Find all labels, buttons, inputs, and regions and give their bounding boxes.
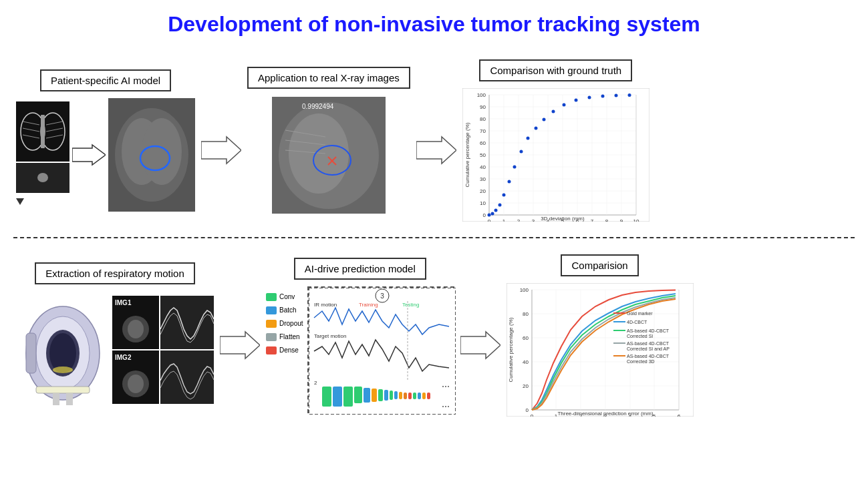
- arrow-right-1: [72, 142, 106, 168]
- svg-text:2: 2: [517, 218, 521, 222]
- svg-text:0: 0: [488, 218, 491, 222]
- svg-text:AS-based 4D-CBCT: AS-based 4D-CBCT: [627, 328, 670, 333]
- svg-point-62: [526, 136, 529, 140]
- svg-rect-3: [41, 115, 45, 148]
- svg-rect-129: [372, 389, 377, 402]
- svg-text:90: 90: [480, 104, 486, 110]
- bottom-col2: AI-drive prediction model Conv Batch Dro…: [263, 258, 457, 413]
- svg-text:10: 10: [633, 218, 639, 222]
- svg-rect-139: [422, 393, 426, 399]
- svg-text:80: 80: [523, 311, 529, 317]
- resp-img1-right: [160, 296, 214, 349]
- tumor-small-icon: [16, 163, 69, 193]
- svg-text:60: 60: [480, 140, 486, 146]
- svg-text:Training: Training: [359, 302, 378, 308]
- svg-text:Corrected SI and AP: Corrected SI and AP: [627, 346, 670, 351]
- comparison-chart-top: 0 10 20 30 40 50 60 70 80 90 100 0 1 2: [462, 88, 649, 222]
- svg-text:20: 20: [523, 383, 529, 389]
- svg-rect-114: [160, 350, 214, 404]
- nn-legend: Conv Batch Dropout Flatten Dense: [266, 286, 303, 356]
- top-col3: Comparison with ground truth: [460, 59, 652, 222]
- svg-text:IMG1: IMG1: [115, 299, 132, 306]
- svg-text:0: 0: [525, 407, 529, 413]
- svg-point-113: [128, 375, 144, 393]
- svg-text:100: 100: [519, 287, 529, 293]
- svg-rect-102: [66, 393, 73, 405]
- bottom-col3-label: Comparision: [561, 254, 638, 276]
- svg-text:Target motion: Target motion: [314, 333, 346, 339]
- svg-rect-131: [384, 390, 388, 401]
- svg-rect-101: [53, 393, 59, 405]
- svg-text:0.9992494: 0.9992494: [302, 103, 334, 110]
- ct-images: [16, 101, 69, 208]
- svg-rect-100: [36, 387, 90, 393]
- svg-text:IR motion: IR motion: [314, 302, 337, 308]
- top-col1-label: Patient-specific AI model: [40, 69, 171, 91]
- bottom-col2-label: AI-drive prediction model: [294, 258, 426, 280]
- svg-text:AS-based 4D-CBCT: AS-based 4D-CBCT: [627, 341, 670, 346]
- svg-point-58: [502, 193, 505, 196]
- top-col1: Patient-specific AI model: [13, 69, 198, 212]
- svg-point-61: [519, 150, 523, 153]
- svg-text:1: 1: [502, 218, 506, 222]
- svg-point-54: [487, 213, 490, 216]
- svg-text:70: 70: [480, 128, 486, 134]
- svg-text:Cumulative percentage (%): Cumulative percentage (%): [464, 122, 470, 187]
- comparison-chart-bottom: 0 20 40 60 80 100 0 1 2 3 4 5 6: [507, 283, 694, 417]
- svg-text:Corrected SI: Corrected SI: [627, 334, 653, 338]
- resp-img1-left: IMG1: [112, 296, 159, 349]
- svg-text:AS-based 4D-CBCT: AS-based 4D-CBCT: [627, 354, 670, 358]
- nn-diagram: 3 IR motion Training Testing Target moti…: [307, 286, 454, 413]
- svg-point-71: [627, 93, 631, 97]
- svg-point-63: [534, 126, 537, 130]
- bottom-col3: Comparision: [504, 254, 696, 417]
- arrow-bottom-2-3: [460, 328, 500, 362]
- svg-text:6: 6: [677, 413, 680, 417]
- svg-text:7: 7: [591, 218, 594, 222]
- arrow-down-indicator: [16, 198, 24, 205]
- svg-rect-140: [427, 393, 430, 399]
- svg-marker-13: [72, 145, 106, 165]
- svg-rect-130: [378, 389, 383, 401]
- svg-marker-30: [416, 137, 456, 164]
- svg-point-60: [513, 165, 516, 168]
- svg-point-17: [142, 118, 182, 185]
- svg-text:50: 50: [480, 152, 486, 158]
- svg-rect-126: [343, 387, 353, 407]
- svg-point-56: [494, 208, 497, 212]
- svg-point-66: [562, 103, 565, 106]
- svg-point-59: [507, 180, 511, 183]
- svg-point-68: [587, 95, 591, 99]
- svg-text:0: 0: [482, 212, 486, 218]
- svg-marker-115: [220, 332, 260, 358]
- svg-text:3D deviation (mm): 3D deviation (mm): [541, 216, 585, 222]
- svg-text:2: 2: [314, 380, 317, 386]
- svg-text:Cumulative percentage (%): Cumulative percentage (%): [508, 317, 514, 382]
- svg-text:60: 60: [523, 335, 529, 341]
- bottom-col1: Extraction of respiratory motion: [13, 262, 216, 408]
- svg-text:Gold marker: Gold marker: [627, 311, 653, 316]
- svg-rect-132: [390, 391, 393, 400]
- svg-point-65: [551, 109, 555, 113]
- bottom-col1-label: Extraction of respiratory motion: [35, 262, 195, 284]
- svg-rect-103: [26, 333, 36, 373]
- svg-point-104: [53, 367, 73, 373]
- svg-text:9: 9: [620, 218, 623, 222]
- top-col2: Application to real X-ray images: [245, 67, 413, 214]
- svg-text:20: 20: [480, 188, 486, 194]
- svg-text:Testing: Testing: [402, 302, 419, 308]
- svg-text:4D-CBCT: 4D-CBCT: [627, 320, 647, 324]
- resp-image-grid: IMG1: [112, 296, 214, 404]
- svg-rect-135: [404, 393, 407, 399]
- top-col3-label: Comparison with ground truth: [479, 59, 632, 81]
- xray-real-icon: 0.9992494: [272, 97, 386, 214]
- svg-rect-136: [408, 393, 412, 399]
- svg-marker-144: [460, 332, 500, 358]
- main-title: Development of non-invasive tumor tracki…: [0, 0, 868, 43]
- svg-text:80: 80: [480, 116, 486, 122]
- drr-result-icon: [108, 98, 195, 212]
- arrow-top-1-2: [201, 134, 241, 167]
- svg-rect-138: [418, 393, 421, 399]
- svg-marker-19: [201, 137, 241, 164]
- svg-point-67: [574, 98, 577, 101]
